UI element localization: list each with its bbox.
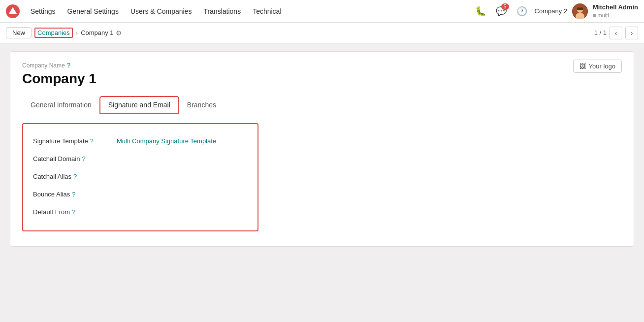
field-value-signature-template[interactable]: Multi Company Signature Template [117,137,216,145]
breadcrumb-current: Company 1 ⚙ [81,29,122,37]
help-icon[interactable]: ? [72,208,75,216]
clock-icon: 🕐 [516,6,527,17]
signature-email-form: Signature Template?Multi Company Signatu… [22,123,258,231]
nav-settings[interactable]: Settings [26,4,61,18]
nav-technical[interactable]: Technical [248,4,286,18]
nav-right-section: 🐛 💬 5 🕐 Company 2 Mitchell Admin ≡ multi [473,3,638,19]
new-button[interactable]: New [6,27,32,38]
bug-icon: 🐛 [475,6,486,17]
user-info: Mitchell Admin ≡ multi [593,3,638,19]
breadcrumb-left: New Companies › Company 1 ⚙ [6,27,122,38]
form-row: Catchall Domain? [33,150,248,167]
field-label-catchall-alias: Catchall Alias? [33,173,117,180]
form-row: Signature Template?Multi Company Signatu… [33,132,248,150]
company-name-field-label: Company Name ? [22,62,573,69]
logo-button[interactable]: 🖼 Your logo [573,60,622,73]
form-row: Catchall Alias? [33,167,248,185]
field-label-text: Bounce Alias [33,191,70,198]
user-role: ≡ multi [593,12,638,19]
field-label-text: Catchall Alias [33,173,71,180]
field-label-catchall-domain: Catchall Domain? [33,155,117,162]
gear-icon[interactable]: ⚙ [116,29,122,37]
field-label-default-from: Default From? [33,208,117,216]
avatar[interactable] [572,3,588,19]
main-content: 🖼 Your logo Company Name ? Company 1 Gen… [0,43,644,255]
company-name-text: Company Name [22,62,65,69]
breadcrumb-bar: New Companies › Company 1 ⚙ 1 / 1 ‹ › [0,23,644,43]
field-label-signature-template: Signature Template? [33,137,117,145]
nav-general-settings[interactable]: General Settings [63,4,124,18]
company-name-label: Company 2 [535,7,567,15]
logo-btn-label: Your logo [589,63,615,70]
tab-bar: General InformationSignature and EmailBr… [22,97,622,113]
chat-icon-btn[interactable]: 💬 5 [493,3,509,19]
user-name: Mitchell Admin [593,3,638,12]
image-icon: 🖼 [580,63,586,70]
company-name-help-icon[interactable]: ? [67,62,70,69]
breadcrumb-right: 1 / 1 ‹ › [594,27,638,39]
svg-rect-5 [577,7,583,10]
debug-icon-btn[interactable]: 🐛 [473,3,488,19]
nav-users-companies[interactable]: Users & Companies [126,4,197,18]
record-card: 🖼 Your logo Company Name ? Company 1 Gen… [10,51,634,247]
app-logo[interactable] [6,4,20,18]
breadcrumb-separator: › [76,29,78,36]
tab-general[interactable]: General Information [22,97,100,113]
pager-prev-button[interactable]: ‹ [610,27,622,39]
help-icon[interactable]: ? [73,173,77,180]
help-icon[interactable]: ? [82,155,85,162]
field-label-text: Default From [33,208,70,216]
help-icon[interactable]: ? [72,191,75,198]
field-label-bounce-alias: Bounce Alias? [33,191,117,198]
top-navigation: Settings General Settings Users & Compan… [0,0,644,23]
tab-signature[interactable]: Signature and Email [100,97,179,113]
form-row: Default From? [33,203,248,221]
chat-badge: 5 [501,3,509,10]
clock-icon-btn[interactable]: 🕐 [514,3,530,19]
company-title: Company 1 [22,71,622,87]
form-row: Bounce Alias? [33,185,248,203]
field-label-text: Signature Template [33,137,88,145]
pager-label: 1 / 1 [594,29,607,36]
tab-branches[interactable]: Branches [179,97,225,113]
field-label-text: Catchall Domain [33,155,80,162]
current-record-label: Company 1 [81,29,113,36]
help-icon[interactable]: ? [90,137,94,145]
nav-translations[interactable]: Translations [198,4,246,18]
companies-breadcrumb[interactable]: Companies [34,28,73,38]
pager-next-button[interactable]: › [625,27,638,39]
company-switcher[interactable]: Company 2 [535,7,567,15]
